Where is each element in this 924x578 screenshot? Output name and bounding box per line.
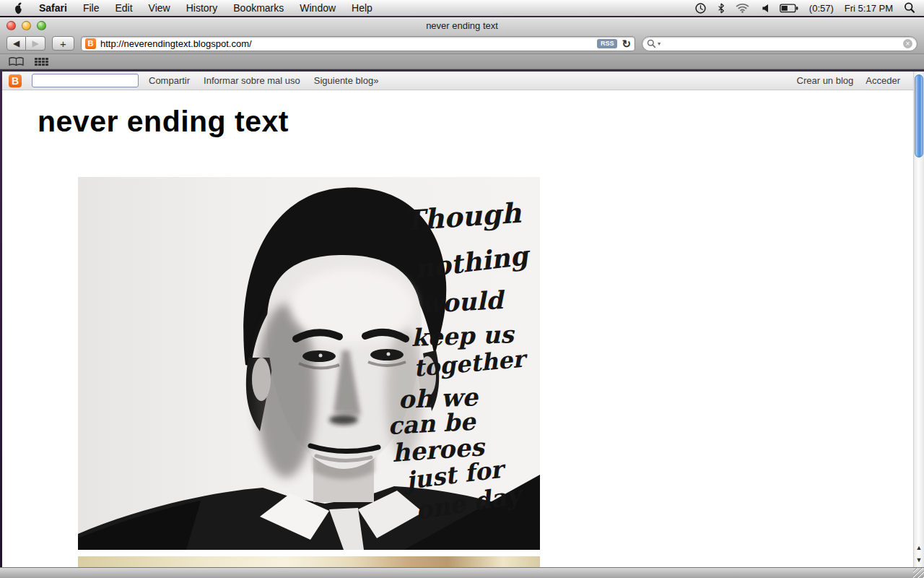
- forward-button[interactable]: ▶: [26, 36, 45, 51]
- blog-title[interactable]: never ending text: [38, 105, 289, 139]
- battery-time-remaining: (0:57): [809, 3, 834, 14]
- zoom-button[interactable]: [37, 21, 46, 30]
- safari-search-field[interactable]: ▾ ×: [642, 36, 918, 51]
- history-nav-buttons: ◀ ▶: [6, 36, 45, 51]
- menu-bar-left: Safari File Edit View History Bookmarks …: [9, 0, 380, 16]
- browser-toolbar: ◀ ▶ + B http://neverendingtext.blogspot.…: [0, 33, 924, 54]
- safari-window: never ending text ◀ ▶ + B http://neveren…: [0, 17, 924, 578]
- new-tab-button[interactable]: +: [52, 36, 74, 51]
- blogger-favicon: B: [85, 38, 96, 49]
- search-options-caret-icon[interactable]: ▾: [658, 40, 661, 47]
- desktop-edge-sliver: [0, 72, 2, 567]
- window-controls: [6, 21, 46, 30]
- menu-bar-status-area: (0:57) Fri 5:17 PM: [694, 2, 915, 14]
- window-title: never ending text: [0, 18, 924, 33]
- scrollbar-arrows: ▲ ▼: [914, 543, 924, 566]
- portrait-illustration: Though nothing would keep us together oh…: [78, 177, 540, 550]
- menu-bookmarks[interactable]: Bookmarks: [225, 0, 292, 16]
- scroll-up-icon[interactable]: ▲: [916, 545, 923, 551]
- menu-help[interactable]: Help: [344, 0, 380, 16]
- blogger-search-input[interactable]: [35, 75, 150, 86]
- blogger-nav-links: Compartir Informar sobre mal uso Siguien…: [149, 75, 378, 86]
- url-text[interactable]: http://neverendingtext.blogspot.com/: [100, 38, 593, 49]
- bluetooth-menu[interactable]: [718, 3, 725, 14]
- apple-menu[interactable]: [9, 2, 31, 14]
- next-post-image-partial: [78, 556, 540, 567]
- macos-menu-bar: Safari File Edit View History Bookmarks …: [0, 0, 924, 16]
- blogger-navbar: B Compartir Informar sobre mal uso Sigui…: [0, 72, 913, 90]
- time-machine-menu[interactable]: [694, 2, 707, 14]
- battery-menu[interactable]: [780, 4, 798, 13]
- vertical-scrollbar[interactable]: ▲ ▼: [913, 72, 924, 567]
- resize-grip[interactable]: [913, 568, 924, 578]
- forward-icon: ▶: [32, 39, 38, 48]
- menu-safari[interactable]: Safari: [31, 0, 75, 16]
- volume-menu[interactable]: [760, 4, 769, 13]
- menu-file[interactable]: File: [75, 0, 108, 16]
- menu-view[interactable]: View: [141, 0, 178, 16]
- apple-icon: [13, 2, 24, 14]
- top-sites-icon[interactable]: [35, 58, 48, 66]
- close-button[interactable]: [6, 21, 16, 30]
- blogger-logo[interactable]: B: [9, 74, 22, 87]
- spotlight-search-icon: [904, 2, 915, 14]
- blogger-search-box[interactable]: [32, 74, 139, 87]
- reload-button[interactable]: ↻: [622, 38, 631, 49]
- search-input[interactable]: [662, 38, 902, 49]
- scroll-down-icon[interactable]: ▼: [916, 557, 923, 564]
- search-icon: [647, 39, 656, 48]
- scrollbar-thumb[interactable]: [915, 74, 923, 158]
- create-blog-link[interactable]: Crear un blog: [797, 75, 854, 86]
- bluetooth-icon: [718, 3, 725, 14]
- battery-icon: [780, 4, 798, 13]
- spotlight-menu[interactable]: [904, 2, 915, 14]
- status-bar: [0, 567, 924, 578]
- share-link[interactable]: Compartir: [149, 75, 190, 86]
- menu-bar-clock[interactable]: Fri 5:17 PM: [845, 3, 893, 14]
- report-abuse-link[interactable]: Informar sobre mal uso: [204, 75, 300, 86]
- plus-icon: +: [60, 38, 66, 49]
- minimize-button[interactable]: [22, 21, 31, 30]
- sign-in-link[interactable]: Acceder: [866, 75, 900, 86]
- time-machine-icon: [694, 2, 707, 14]
- address-bar[interactable]: B http://neverendingtext.blogspot.com/ R…: [81, 36, 635, 51]
- back-icon: ◀: [13, 39, 19, 48]
- menu-window[interactable]: Window: [292, 0, 344, 16]
- post-image-wittgenstein-portrait: Though nothing would keep us together oh…: [78, 177, 540, 550]
- back-button[interactable]: ◀: [6, 36, 26, 51]
- bookmarks-bar: [0, 54, 924, 69]
- window-title-bar[interactable]: never ending text: [0, 17, 924, 33]
- menu-history[interactable]: History: [178, 0, 226, 16]
- volume-icon: [760, 4, 769, 13]
- blogger-account-links: Crear un blog Acceder: [797, 75, 905, 86]
- rss-button[interactable]: RSS: [597, 39, 618, 48]
- bookmarks-book-icon[interactable]: [9, 57, 24, 66]
- next-blog-link[interactable]: Siguiente blog»: [314, 75, 379, 86]
- search-clear-icon[interactable]: ×: [903, 39, 912, 48]
- browser-viewport: B Compartir Informar sobre mal uso Sigui…: [0, 72, 924, 567]
- menu-edit[interactable]: Edit: [107, 0, 140, 16]
- handwriting-line: would: [420, 285, 506, 319]
- wifi-menu[interactable]: [736, 3, 749, 13]
- wifi-icon: [736, 3, 749, 13]
- blog-page: B Compartir Informar sobre mal uso Sigui…: [0, 72, 913, 567]
